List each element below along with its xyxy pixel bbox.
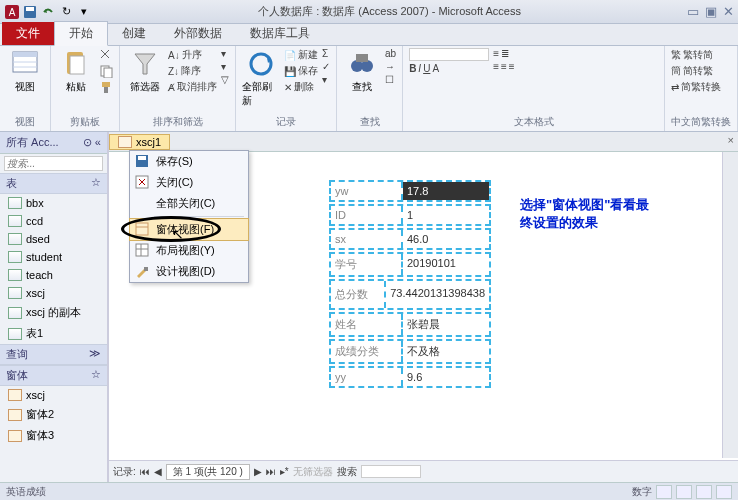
nav-table-item[interactable]: dsed xyxy=(0,230,107,248)
select-button[interactable]: ☐ xyxy=(385,74,396,85)
more-button[interactable]: ▾ xyxy=(322,74,330,85)
menu-close-all[interactable]: 全部关闭(C) xyxy=(130,193,248,214)
sort-asc-button[interactable]: A↓升序 xyxy=(168,48,217,62)
nav-table-item[interactable]: bbx xyxy=(0,194,107,212)
form-field-value[interactable]: 20190101 xyxy=(403,254,489,275)
view-layout-button[interactable] xyxy=(696,485,712,499)
nav-header[interactable]: 所有 Acc... ⊙ « xyxy=(0,132,107,154)
view-form-button[interactable] xyxy=(656,485,672,499)
form-field-value[interactable]: 9.6 xyxy=(403,368,489,386)
nav-table-item[interactable]: xscj 的副本 xyxy=(0,302,107,323)
form-field-value[interactable]: 不及格 xyxy=(403,341,489,362)
nav-dropdown-icon[interactable]: ⊙ « xyxy=(83,136,101,149)
menu-design-view[interactable]: 设计视图(D) xyxy=(130,261,248,282)
cut-button[interactable] xyxy=(99,48,113,62)
find-button[interactable]: 查找 xyxy=(343,48,381,94)
record-search-input[interactable] xyxy=(361,465,421,478)
bullets-button[interactable]: ≡ xyxy=(493,48,499,59)
nav-table-item[interactable]: 表1 xyxy=(0,323,107,344)
new-record-button[interactable]: 📄新建 xyxy=(284,48,318,62)
qat-dropdown-icon[interactable]: ▾ xyxy=(76,4,92,20)
form-field-row[interactable]: ID1 xyxy=(329,204,491,226)
form-field-row[interactable]: sx46.0 xyxy=(329,228,491,250)
next-record-button[interactable]: ▶ xyxy=(254,466,262,477)
toggle-filter-button[interactable]: ▽ xyxy=(221,74,229,85)
numbering-button[interactable]: ≣ xyxy=(501,48,509,59)
menu-close[interactable]: 关闭(C) xyxy=(130,172,248,193)
view-button[interactable]: 视图 xyxy=(6,48,44,94)
prev-record-button[interactable]: ◀ xyxy=(154,466,162,477)
advanced-filter-button[interactable]: ▾ xyxy=(221,61,229,72)
spelling-button[interactable]: ✓ xyxy=(322,61,330,72)
close-icon[interactable]: ✕ xyxy=(723,4,734,19)
delete-record-button[interactable]: ✕删除 xyxy=(284,80,318,94)
font-select[interactable] xyxy=(409,48,489,61)
font-color-button[interactable]: A xyxy=(432,63,439,74)
clear-sort-button[interactable]: A̸取消排序 xyxy=(168,80,217,94)
tab-home[interactable]: 开始 xyxy=(54,21,108,46)
nav-table-item[interactable]: teach xyxy=(0,266,107,284)
nav-table-item[interactable]: student xyxy=(0,248,107,266)
simp-to-trad-button[interactable]: 簡简转繁 xyxy=(671,64,721,78)
form-field-row[interactable]: 成绩分类不及格 xyxy=(329,339,491,364)
align-left-button[interactable]: ≡ xyxy=(493,61,499,72)
new-record-nav-button[interactable]: ▸* xyxy=(280,466,289,477)
vertical-scrollbar[interactable] xyxy=(722,152,738,458)
replace-button[interactable]: ab xyxy=(385,48,396,59)
copy-button[interactable] xyxy=(99,64,113,78)
totals-button[interactable]: Σ xyxy=(322,48,330,59)
format-painter-button[interactable] xyxy=(99,80,113,94)
chs-convert-button[interactable]: ⇄简繁转换 xyxy=(671,80,721,94)
form-field-row[interactable]: yw17.8 xyxy=(329,180,491,202)
save-icon[interactable] xyxy=(22,4,38,20)
tab-external[interactable]: 外部数据 xyxy=(160,22,236,45)
form-field-row[interactable]: 学号20190101 xyxy=(329,252,491,277)
paste-button[interactable]: 粘贴 xyxy=(57,48,95,94)
filter-button[interactable]: 筛选器 xyxy=(126,48,164,94)
nav-group-forms[interactable]: 窗体☆ xyxy=(0,365,107,386)
tab-dbtools[interactable]: 数据库工具 xyxy=(236,22,324,45)
form-field-row[interactable]: 总分数73.4420131398438 xyxy=(329,279,491,310)
form-field-value[interactable]: 17.8 xyxy=(403,182,489,200)
form-field-row[interactable]: 姓名张碧晨 xyxy=(329,312,491,337)
align-center-button[interactable]: ≡ xyxy=(501,61,507,72)
trad-to-simp-button[interactable]: 繁繁转简 xyxy=(671,48,721,62)
form-field-value[interactable]: 73.4420131398438 xyxy=(386,281,489,308)
menu-save[interactable]: 保存(S) xyxy=(130,151,248,172)
form-field-value[interactable]: 46.0 xyxy=(403,230,489,248)
file-tab[interactable]: 文件 xyxy=(2,22,54,45)
nav-table-item[interactable]: xscj xyxy=(0,284,107,302)
view-design-button[interactable] xyxy=(716,485,732,499)
nav-group-tables[interactable]: 表☆ xyxy=(0,173,107,194)
nav-table-item[interactable]: ccd xyxy=(0,212,107,230)
sort-desc-button[interactable]: Z↓降序 xyxy=(168,64,217,78)
align-right-button[interactable]: ≡ xyxy=(509,61,515,72)
first-record-button[interactable]: ⏮ xyxy=(140,466,150,477)
bold-button[interactable]: B xyxy=(409,63,416,74)
nav-search-input[interactable] xyxy=(4,156,103,171)
nav-form-item[interactable]: 窗体3 xyxy=(0,425,107,446)
menu-layout-view[interactable]: 布局视图(Y) xyxy=(130,240,248,261)
selection-filter-button[interactable]: ▾ xyxy=(221,48,229,59)
nav-form-item[interactable]: xscj xyxy=(0,386,107,404)
underline-button[interactable]: U xyxy=(423,63,430,74)
record-position[interactable]: 第 1 项(共 120 ) xyxy=(166,464,250,480)
nav-form-item[interactable]: 窗体2 xyxy=(0,404,107,425)
redo-icon[interactable]: ↻ xyxy=(58,4,74,20)
tab-create[interactable]: 创建 xyxy=(108,22,160,45)
close-doc-button[interactable]: × xyxy=(728,134,734,146)
refresh-all-button[interactable]: 全部刷新 xyxy=(242,48,280,108)
minimize-icon[interactable]: ▭ xyxy=(687,4,699,19)
save-record-button[interactable]: 💾保存 xyxy=(284,64,318,78)
last-record-button[interactable]: ⏭ xyxy=(266,466,276,477)
view-datasheet-button[interactable] xyxy=(676,485,692,499)
form-field-value[interactable]: 张碧晨 xyxy=(403,314,489,335)
italic-button[interactable]: I xyxy=(418,63,421,74)
nav-group-queries[interactable]: 查询≫ xyxy=(0,344,107,365)
form-field-row[interactable]: yy9.6 xyxy=(329,366,491,388)
menu-form-view[interactable]: 窗体视图(F) xyxy=(129,218,249,241)
maximize-icon[interactable]: ▣ xyxy=(705,4,717,19)
goto-button[interactable]: → xyxy=(385,61,396,72)
document-tab[interactable]: xscj1 xyxy=(109,134,170,150)
undo-icon[interactable] xyxy=(40,4,56,20)
